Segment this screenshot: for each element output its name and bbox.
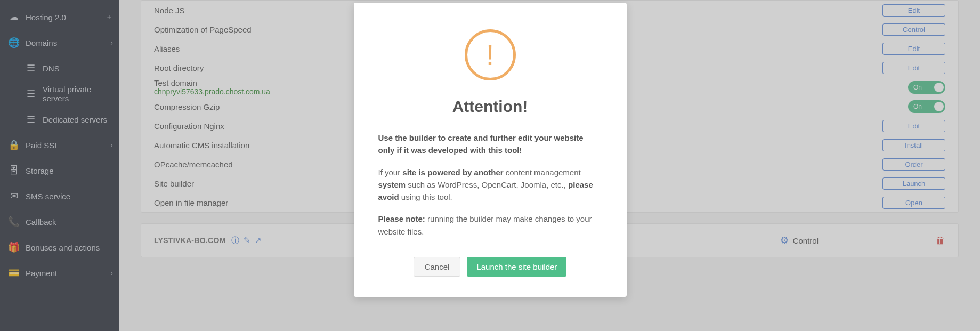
modal-title: Attention! (378, 98, 602, 116)
cancel-button[interactable]: Cancel (414, 257, 461, 277)
modal-p1: Use the builder to create and further ed… (378, 132, 602, 157)
warning-icon: ! (465, 29, 516, 80)
modal-p2: If your site is powered by another conte… (378, 166, 602, 204)
attention-modal: ! Attention! Use the builder to create a… (354, 3, 627, 297)
modal-p3: Please note: running the builder may mak… (378, 213, 602, 238)
launch-site-builder-button[interactable]: Launch the site builder (467, 257, 566, 277)
modal-overlay: ! Attention! Use the builder to create a… (0, 0, 980, 331)
